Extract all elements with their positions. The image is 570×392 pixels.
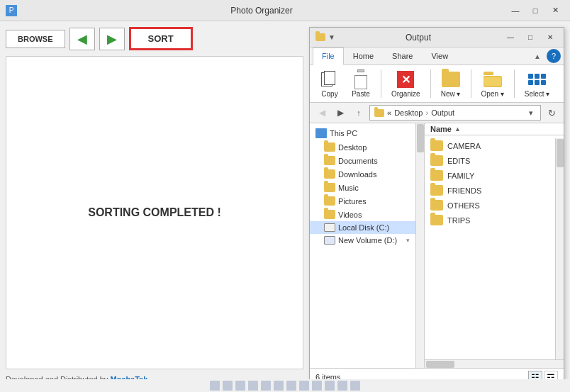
help-button[interactable]: ? (547, 49, 561, 63)
nav-up-button[interactable]: ↑ (351, 105, 367, 121)
strip-dot-3 (235, 381, 245, 391)
tree-desktop-icon (324, 142, 335, 152)
strip-dot-7 (286, 381, 296, 391)
ribbon-divider-1 (381, 69, 381, 98)
tree-scrollbar[interactable] (415, 123, 424, 368)
forward-arrow-icon: ▶ (107, 31, 117, 47)
strip-dot-9 (312, 381, 322, 391)
quick-access-icon[interactable]: ▼ (328, 33, 335, 41)
horizontal-scrollbar[interactable] (425, 359, 564, 368)
nav-back-button[interactable]: ◀ (314, 105, 330, 121)
nav-forward-button[interactable]: ▶ (332, 105, 348, 121)
tree-dropdown-icon[interactable]: ▾ (406, 237, 410, 244)
tree-item-desktop[interactable]: Desktop (310, 140, 415, 154)
tab-home[interactable]: Home (344, 47, 383, 65)
tree-item-documents[interactable]: Documents (310, 154, 415, 167)
tree-label-pictures: Pictures (338, 197, 367, 206)
file-label-edits: EDITS (447, 157, 470, 165)
tree-item-videos[interactable]: Videos (310, 208, 415, 221)
tab-view[interactable]: View (422, 47, 457, 65)
strip-dot-10 (325, 381, 335, 391)
paste-icon (351, 69, 371, 89)
others-folder-icon (430, 200, 443, 211)
ribbon-collapse-icon[interactable]: ▲ (531, 52, 544, 60)
new-folder-icon (441, 69, 461, 89)
tree-hdd-icon (324, 223, 335, 232)
tree-label-local-disk: Local Disk (C:) (338, 223, 389, 232)
tree-label-documents: Documents (338, 157, 378, 165)
h-scrollbar-thumb[interactable] (426, 361, 454, 368)
explorer-title-bar: ▼ Output — □ ✕ (310, 28, 564, 47)
file-item-edits[interactable]: EDITS (425, 153, 555, 168)
select-button[interactable]: Select ▾ (520, 68, 554, 99)
refresh-button[interactable]: ↻ (544, 105, 559, 121)
tree-item-pictures[interactable]: Pictures (310, 194, 415, 208)
address-part-2: Output (431, 108, 454, 117)
maximize-button[interactable]: □ (526, 4, 544, 18)
tree-item-music[interactable]: Music (310, 181, 415, 194)
browse-button[interactable]: BROWSE (6, 30, 65, 48)
strip-dot-1 (210, 381, 220, 391)
file-label-family: FAMILY (447, 172, 474, 180)
file-label-others: OTHERS (447, 201, 480, 210)
paste-button[interactable]: Paste (347, 68, 375, 99)
close-button[interactable]: ✕ (546, 4, 564, 18)
copy-button[interactable]: Copy (315, 68, 344, 99)
tree-music-icon (324, 183, 335, 192)
strip-dot-11 (337, 381, 347, 391)
open-button[interactable]: Open ▾ (477, 68, 508, 99)
tree-item-thispc[interactable]: This PC (310, 126, 415, 140)
file-item-friends[interactable]: FRIENDS (425, 183, 555, 198)
tree-item-downloads[interactable]: Downloads (310, 167, 415, 181)
main-content: BROWSE ◀ ▶ SORT SORTING COMPLETED ! Deve… (0, 21, 570, 392)
title-bar: P Photo Organizer — □ ✕ (0, 0, 570, 21)
files-scrollbar[interactable] (555, 138, 564, 359)
explorer-minimize-button[interactable]: — (501, 31, 520, 44)
tree-item-local-disk[interactable]: Local Disk (C:) (310, 221, 415, 234)
forward-button[interactable]: ▶ (99, 28, 125, 50)
back-button[interactable]: ◀ (69, 28, 95, 50)
file-item-others[interactable]: OTHERS (425, 198, 555, 213)
tree-panel: This PC Desktop Documents (310, 123, 415, 368)
sort-button[interactable]: SORT (129, 27, 193, 50)
copy-icon (320, 69, 340, 89)
explorer-title: Output (406, 33, 431, 43)
files-column-name[interactable]: Name (430, 125, 452, 133)
tree-scrollbar-thumb[interactable] (417, 124, 424, 152)
organize-button[interactable]: ✕ Organize (387, 68, 425, 99)
new-button[interactable]: New ▾ (437, 68, 465, 99)
window-controls: — □ ✕ (506, 4, 564, 18)
file-item-family[interactable]: FAMILY (425, 168, 555, 183)
ribbon-tabs: File Home Share View ▲ ? (310, 47, 564, 65)
file-item-camera[interactable]: CAMERA (425, 138, 555, 153)
address-part-1: Desktop (394, 108, 423, 117)
open-icon (483, 69, 503, 89)
explorer-window-controls: — □ ✕ (501, 31, 559, 44)
tree-item-new-volume[interactable]: New Volume (D:) ▾ (310, 234, 415, 247)
explorer-maximize-button[interactable]: □ (521, 31, 540, 44)
minimize-button[interactable]: — (506, 4, 525, 18)
explorer-close-button[interactable]: ✕ (541, 31, 559, 44)
address-separator: « (387, 108, 391, 117)
files-scrollbar-thumb[interactable] (557, 139, 564, 167)
tree-videos-icon (324, 210, 335, 219)
tab-share[interactable]: Share (383, 47, 422, 65)
tab-file[interactable]: File (313, 47, 344, 65)
file-item-trips[interactable]: TRIPS (425, 213, 555, 228)
select-label: Select ▾ (525, 90, 550, 98)
new-label: New ▾ (441, 90, 461, 98)
files-header: Name ▲ (425, 123, 564, 135)
file-label-camera: CAMERA (447, 142, 481, 150)
explorer-body: This PC Desktop Documents (310, 123, 564, 368)
paste-label: Paste (352, 90, 370, 98)
address-folder-icon (374, 109, 384, 117)
tree-label-new-volume: New Volume (D:) (338, 236, 397, 245)
left-panel: BROWSE ◀ ▶ SORT SORTING COMPLETED ! Deve… (6, 27, 303, 386)
ribbon-divider-4 (514, 69, 515, 98)
tree-usb-icon (324, 236, 335, 245)
bottom-strip (0, 379, 570, 392)
address-path[interactable]: « Desktop › Output ▾ (369, 105, 541, 121)
address-dropdown-icon[interactable]: ▾ (526, 108, 536, 118)
strip-dot-2 (223, 381, 233, 391)
file-label-trips: TRIPS (447, 216, 470, 225)
